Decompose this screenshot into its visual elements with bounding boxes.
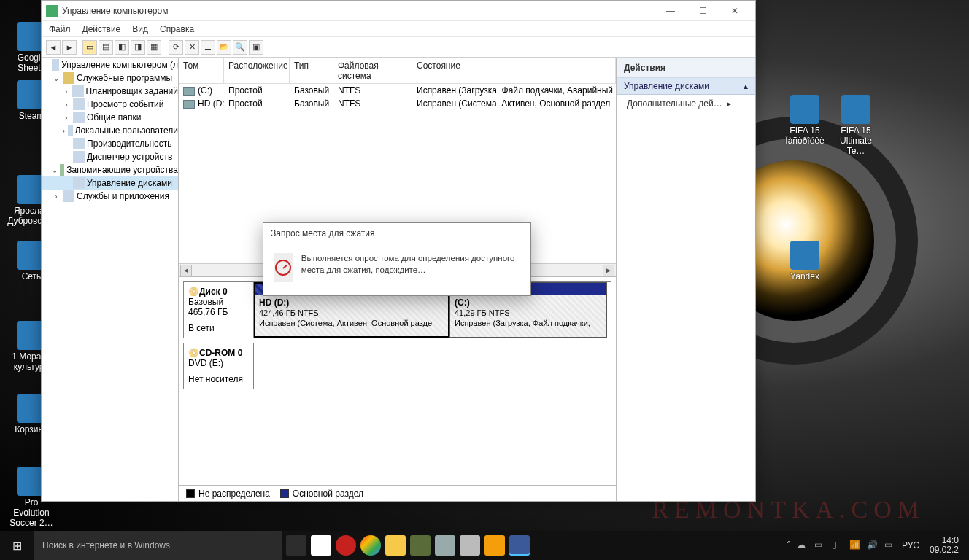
minimize-button[interactable]: — [655, 1, 687, 21]
col-fs[interactable]: Файловая система [333, 58, 412, 83]
maximize-button[interactable]: ☐ [687, 1, 719, 21]
scroll-left-icon[interactable]: ◄ [180, 265, 192, 276]
taskbar-app[interactable] [336, 535, 356, 556]
tb-icon[interactable]: 🔍 [233, 40, 247, 55]
tree-disk-management[interactable]: Управление дисками [87, 178, 172, 188]
legend: Не распределена Основной раздел [179, 485, 616, 501]
taskbar[interactable]: ⊞ Поиск в интернете и в Windows ˄ ☁ ▭ ▯ … [0, 531, 969, 560]
desktop-icon[interactable]: FIFA 15 Ultimate Te… [830, 95, 881, 156]
tree-service-tools[interactable]: Служебные программы [77, 73, 172, 83]
desktop-icon[interactable]: Yandex [779, 241, 830, 281]
menu-view[interactable]: Вид [132, 24, 148, 34]
taskbar-clock[interactable]: 14:0 09.02.2 [925, 536, 963, 555]
tree-storage[interactable]: Запоминающие устройства [66, 165, 178, 175]
close-button[interactable]: ✕ [719, 1, 751, 21]
system-tray[interactable]: ˄ ☁ ▭ ▯ 📶 🔊 ▭ РУС 14:0 09.02.2 [781, 536, 969, 555]
navigation-tree[interactable]: Управление компьютером (л ⌄Служебные про… [42, 58, 179, 501]
disk-info: 📀CD-ROM 0DVD (E:)Нет носителя [184, 343, 254, 389]
taskbar-app[interactable] [435, 535, 455, 556]
menu-help[interactable]: Справка [160, 24, 194, 34]
tree-root[interactable]: Управление компьютером (л [61, 60, 178, 70]
menu-action[interactable]: Действие [82, 24, 121, 34]
col-status[interactable]: Состояние [412, 58, 616, 83]
volume-table-header[interactable]: Том Расположение Тип Файловая система Со… [179, 58, 616, 84]
taskbar-app[interactable] [460, 535, 480, 556]
defender-icon[interactable]: ▭ [814, 540, 826, 551]
actions-header: Действия [617, 58, 755, 78]
col-volume[interactable]: Том [179, 58, 224, 83]
tree-item[interactable]: Локальные пользователи [75, 125, 178, 136]
dialog-text: Выполняется опрос тома для определения д… [301, 253, 520, 276]
col-layout[interactable]: Расположение [224, 58, 290, 83]
tb-icon[interactable]: ☰ [201, 40, 215, 55]
forward-button[interactable]: ► [62, 40, 77, 55]
tree-services-apps[interactable]: Службы и приложения [77, 191, 169, 201]
legend-swatch-unallocated [186, 489, 195, 498]
tb-icon[interactable]: ▦ [147, 40, 161, 55]
tb-icon[interactable]: ◧ [115, 40, 129, 55]
taskbar-app-active[interactable] [509, 535, 530, 556]
search-box[interactable]: Поиск в интернете и в Windows [34, 531, 282, 560]
menubar: Файл Действие Вид Справка [42, 21, 755, 37]
taskbar-app[interactable] [410, 535, 431, 556]
input-language[interactable]: РУС [902, 540, 919, 551]
network-icon[interactable]: 📶 [849, 540, 861, 551]
tree-item[interactable]: Просмотр событий [87, 99, 163, 109]
legend-unallocated: Не распределена [198, 489, 270, 499]
disk-graphical-view[interactable]: 📀Диск 0Базовый465,76 ГБВ сетиHD (D:)424,… [179, 277, 616, 485]
scroll-right-icon[interactable]: ► [603, 265, 614, 276]
collapse-icon[interactable]: ▴ [744, 81, 748, 91]
clock-date: 09.02.2 [930, 545, 959, 555]
actions-group-label: Управление дисками [624, 81, 709, 91]
volume-row[interactable]: (C:)ПростойБазовыйNTFSИсправен (Загрузка… [179, 84, 616, 97]
tree-item[interactable]: Производительность [87, 139, 171, 149]
taskbar-app[interactable] [385, 535, 406, 556]
dialog-title: Запрос места для сжатия [263, 223, 530, 244]
onedrive-icon[interactable]: ☁ [797, 540, 808, 551]
menu-file[interactable]: Файл [49, 24, 71, 34]
tb-icon[interactable]: 📂 [217, 40, 231, 55]
tb-icon[interactable]: ▣ [249, 40, 263, 55]
volume-row[interactable]: HD (D:)ПростойБазовыйNTFSИсправен (Систе… [179, 97, 616, 110]
tree-item[interactable]: Общие папки [87, 112, 141, 122]
disk-row[interactable]: 📀CD-ROM 0DVD (E:)Нет носителя [183, 343, 611, 389]
taskbar-app[interactable] [360, 535, 381, 556]
taskbar-app[interactable] [311, 535, 331, 556]
desktop-icon[interactable]: FIFA 15 Ϊàñòðîéêè [779, 95, 830, 146]
refresh-icon[interactable]: ⟳ [169, 40, 183, 55]
actions-more[interactable]: Дополнительные дей… ▸ [617, 95, 755, 112]
actions-panel: Действия Управление дисками ▴ Дополнител… [617, 58, 755, 501]
tree-item[interactable]: Диспетчер устройств [87, 152, 172, 162]
tray-expand-icon[interactable]: ˄ [787, 540, 791, 551]
taskview-icon[interactable] [286, 535, 306, 556]
volume-icon[interactable]: 🔊 [867, 540, 879, 551]
shrink-query-dialog: Запрос места для сжатия Выполняется опро… [263, 222, 531, 296]
tb-icon[interactable]: ▤ [99, 40, 113, 55]
clock-icon [274, 253, 293, 282]
action-center-icon[interactable]: ▭ [884, 540, 896, 551]
legend-primary: Основной раздел [293, 489, 363, 499]
tb-icon[interactable]: ◨ [131, 40, 145, 55]
back-button[interactable]: ◄ [46, 40, 61, 55]
taskbar-app[interactable] [484, 535, 505, 556]
legend-swatch-primary [280, 489, 289, 498]
actions-group[interactable]: Управление дисками ▴ [617, 78, 755, 95]
disk-info: 📀Диск 0Базовый465,76 ГБВ сети [184, 282, 254, 338]
window-title: Управление компьютером [62, 6, 655, 16]
tree-item[interactable]: Планировщик заданий [86, 86, 178, 96]
start-button[interactable]: ⊞ [0, 531, 34, 560]
titlebar[interactable]: Управление компьютером — ☐ ✕ [42, 1, 755, 21]
tb-icon[interactable]: ▭ [82, 40, 97, 55]
app-icon [46, 5, 58, 17]
battery-icon[interactable]: ▯ [832, 540, 843, 551]
toolbar: ◄ ► ▭ ▤ ◧ ◨ ▦ ⟳ ✕ ☰ 📂 🔍 ▣ [42, 37, 755, 58]
tb-icon[interactable]: ✕ [185, 40, 199, 55]
col-type[interactable]: Тип [290, 58, 333, 83]
